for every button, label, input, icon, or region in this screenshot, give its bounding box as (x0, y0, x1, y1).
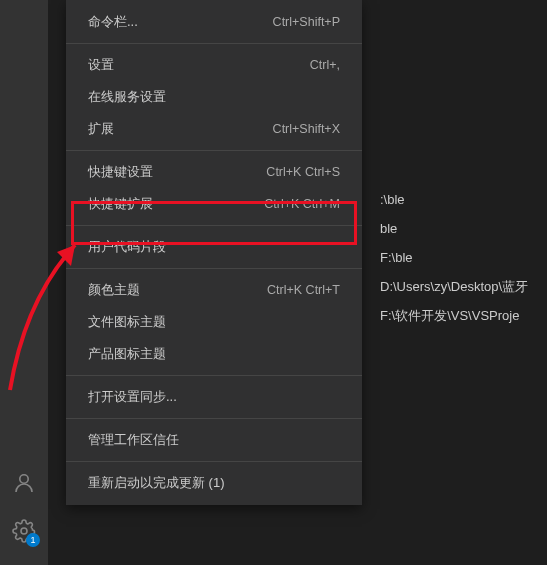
menu-item-label: 扩展 (88, 120, 114, 138)
menu-item-settings[interactable]: 设置 Ctrl+, (66, 49, 362, 81)
menu-item-label: 颜色主题 (88, 281, 140, 299)
menu-item-label: 文件图标主题 (88, 313, 166, 331)
bg-path-row: F:\ble (380, 243, 528, 272)
menu-item-label: 打开设置同步... (88, 388, 177, 406)
svg-point-0 (20, 475, 28, 483)
svg-point-1 (21, 528, 27, 534)
menu-item-label: 快捷键设置 (88, 163, 153, 181)
menu-separator (66, 268, 362, 269)
menu-item-label: 快捷键扩展 (88, 195, 153, 213)
menu-item-shortcut: Ctrl+K Ctrl+S (266, 165, 340, 179)
background-path-list: :\ble ble F:\ble D:\Users\zy\Desktop\蓝牙 … (380, 185, 528, 330)
accounts-icon[interactable] (0, 459, 48, 507)
menu-item-color-theme[interactable]: 颜色主题 Ctrl+K Ctrl+T (66, 274, 362, 306)
menu-item-user-snippets[interactable]: 用户代码片段 (66, 231, 362, 263)
menu-separator (66, 375, 362, 376)
menu-item-label: 重新启动以完成更新 (1) (88, 474, 225, 492)
menu-item-shortcut: Ctrl+Shift+X (273, 122, 340, 136)
settings-context-menu: 命令栏... Ctrl+Shift+P 设置 Ctrl+, 在线服务设置 扩展 … (66, 0, 362, 505)
menu-item-product-icon-theme[interactable]: 产品图标主题 (66, 338, 362, 370)
menu-item-label: 命令栏... (88, 13, 138, 31)
menu-separator (66, 418, 362, 419)
menu-item-label: 产品图标主题 (88, 345, 166, 363)
menu-item-file-icon-theme[interactable]: 文件图标主题 (66, 306, 362, 338)
bg-path-row: ble (380, 214, 528, 243)
settings-badge: 1 (26, 533, 40, 547)
menu-item-workspace-trust[interactable]: 管理工作区信任 (66, 424, 362, 456)
menu-item-extensions[interactable]: 扩展 Ctrl+Shift+X (66, 113, 362, 145)
settings-gear-icon[interactable]: 1 (0, 507, 48, 555)
menu-item-online-services[interactable]: 在线服务设置 (66, 81, 362, 113)
bg-path-row: D:\Users\zy\Desktop\蓝牙 (380, 272, 528, 301)
activity-bar: 1 (0, 0, 48, 565)
menu-item-settings-sync[interactable]: 打开设置同步... (66, 381, 362, 413)
menu-item-shortcut: Ctrl+K Ctrl+M (264, 197, 340, 211)
menu-item-command-palette[interactable]: 命令栏... Ctrl+Shift+P (66, 6, 362, 38)
menu-item-shortcut: Ctrl+K Ctrl+T (267, 283, 340, 297)
menu-separator (66, 461, 362, 462)
menu-separator (66, 150, 362, 151)
menu-item-label: 用户代码片段 (88, 238, 166, 256)
menu-item-keymap-extensions[interactable]: 快捷键扩展 Ctrl+K Ctrl+M (66, 188, 362, 220)
bg-path-row: F:\软件开发\VS\VSProje (380, 301, 528, 330)
menu-item-label: 在线服务设置 (88, 88, 166, 106)
menu-item-label: 管理工作区信任 (88, 431, 179, 449)
menu-separator (66, 43, 362, 44)
menu-item-shortcut: Ctrl+, (310, 58, 340, 72)
menu-item-shortcut: Ctrl+Shift+P (273, 15, 340, 29)
menu-item-keyboard-shortcuts[interactable]: 快捷键设置 Ctrl+K Ctrl+S (66, 156, 362, 188)
menu-item-restart-update[interactable]: 重新启动以完成更新 (1) (66, 467, 362, 499)
menu-item-label: 设置 (88, 56, 114, 74)
menu-separator (66, 225, 362, 226)
bg-path-row: :\ble (380, 185, 528, 214)
